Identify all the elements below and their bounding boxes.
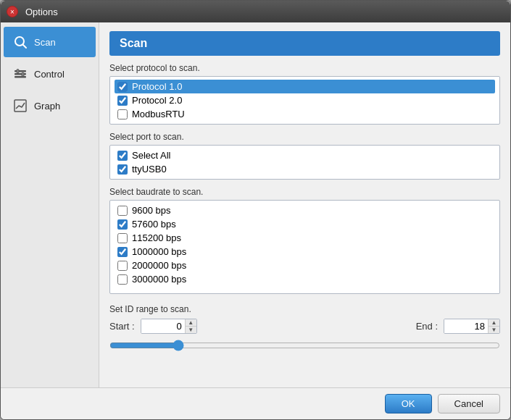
sidebar-item-control[interactable]: Control [4, 59, 96, 89]
baudrate-4-checkbox[interactable] [117, 261, 128, 271]
baudrate-row-5: 3000000 bps [115, 272, 498, 286]
svg-rect-3 [14, 73, 26, 75]
end-spinbox-buttons: ▲ ▼ [488, 319, 499, 333]
baudrate-5-checkbox[interactable] [117, 274, 128, 285]
baudrate-5-label: 3000000 bps [132, 274, 186, 285]
titlebar: × Options [1, 1, 510, 22]
id-range-inputs: Start : ▲ ▼ End : ▲ ▼ [109, 319, 500, 334]
svg-rect-7 [14, 100, 26, 112]
protocol-1-label: Protocol 2.0 [132, 95, 182, 106]
baudrate-4-label: 2000000 bps [132, 260, 186, 271]
baudrate-row-3: 1000000 bps [115, 245, 498, 259]
baudrate-row-0: 9600 bps [115, 203, 498, 217]
port-label: Select port to scan. [109, 132, 500, 142]
end-decrement-button[interactable]: ▼ [489, 327, 499, 333]
protocol-row-0: Protocol 1.0 [115, 80, 495, 93]
start-input[interactable] [141, 319, 185, 333]
sidebar-graph-label: Graph [34, 101, 60, 112]
content-area: Scan Select protocol to scan. Protocol 1… [99, 22, 510, 387]
cancel-button[interactable]: Cancel [438, 394, 500, 413]
end-label: End : [416, 321, 438, 332]
baudrate-row-2: 115200 bps [115, 231, 498, 245]
slider-container [109, 340, 500, 351]
baudrate-0-checkbox[interactable] [117, 206, 128, 216]
end-spinbox: ▲ ▼ [444, 319, 500, 334]
port-row-1: ttyUSB0 [115, 162, 495, 176]
protocol-2-checkbox[interactable] [117, 109, 128, 119]
id-range-section: Set ID range to scan. Start : ▲ ▼ End : [109, 304, 500, 351]
footer: OK Cancel [1, 387, 510, 419]
baudrate-2-checkbox[interactable] [117, 233, 128, 243]
svg-rect-6 [22, 72, 24, 77]
scan-icon [12, 34, 28, 50]
protocol-0-checkbox[interactable] [117, 82, 128, 92]
baudrate-1-checkbox[interactable] [117, 219, 128, 230]
close-button[interactable]: × [7, 6, 18, 17]
protocol-1-checkbox[interactable] [117, 96, 128, 106]
sidebar: Scan Control [1, 22, 99, 387]
control-icon [12, 66, 28, 82]
end-increment-button[interactable]: ▲ [489, 319, 499, 327]
svg-rect-2 [14, 70, 26, 72]
graph-icon [12, 98, 28, 114]
start-label: Start : [109, 321, 135, 332]
baudrate-label: Select baudrate to scan. [109, 187, 500, 197]
svg-rect-5 [17, 70, 19, 74]
main-area: Scan Control [1, 22, 510, 387]
baudrate-row-4: 2000000 bps [115, 259, 498, 272]
baudrate-row-1: 57600 bps [115, 217, 498, 231]
start-spinbox: ▲ ▼ [141, 319, 197, 334]
baudrate-3-label: 1000000 bps [132, 246, 186, 257]
start-increment-button[interactable]: ▲ [186, 319, 196, 327]
id-range-slider[interactable] [109, 340, 500, 351]
sidebar-item-graph[interactable]: Graph [4, 91, 96, 121]
baudrate-3-checkbox[interactable] [117, 247, 128, 257]
port-0-label: Select All [132, 150, 170, 161]
start-decrement-button[interactable]: ▼ [186, 327, 196, 333]
baudrate-2-label: 115200 bps [132, 232, 181, 243]
protocol-row-2: ModbusRTU [115, 107, 495, 121]
ok-button[interactable]: OK [385, 394, 432, 413]
protocol-0-label: Protocol 1.0 [132, 81, 182, 92]
svg-line-1 [23, 45, 27, 49]
options-window: × Options Scan [0, 0, 511, 420]
port-group: Select All ttyUSB0 [109, 145, 500, 180]
port-1-checkbox[interactable] [117, 164, 128, 175]
port-0-checkbox[interactable] [117, 151, 128, 161]
protocol-group: Protocol 1.0 Protocol 2.0 ModbusRTU [109, 76, 500, 125]
port-1-label: ttyUSB0 [132, 164, 167, 175]
content-header: Scan [109, 31, 500, 56]
port-row-0: Select All [115, 148, 495, 162]
protocol-2-label: ModbusRTU [132, 109, 185, 119]
start-spinbox-buttons: ▲ ▼ [185, 319, 196, 333]
baudrate-0-label: 9600 bps [132, 205, 171, 216]
sidebar-scan-label: Scan [34, 37, 56, 48]
protocol-label: Select protocol to scan. [109, 63, 500, 73]
protocol-row-1: Protocol 2.0 [115, 93, 495, 107]
baudrate-group: 9600 bps 57600 bps 115200 bps 1000000 bp… [109, 200, 500, 294]
id-range-label: Set ID range to scan. [109, 304, 500, 314]
sidebar-item-scan[interactable]: Scan [4, 27, 96, 57]
baudrate-1-label: 57600 bps [132, 219, 176, 230]
end-input[interactable] [444, 319, 488, 333]
svg-rect-4 [14, 76, 26, 78]
window-title: Options [25, 7, 58, 17]
sidebar-control-label: Control [34, 69, 65, 80]
